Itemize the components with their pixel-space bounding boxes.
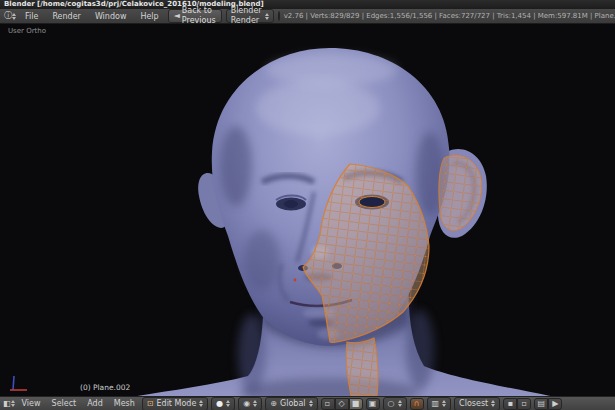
snap-target-select[interactable]: Closest (454, 397, 500, 410)
snap-apply-icon: ▪ (507, 400, 512, 408)
window-titlebar: Blender [/home/cogitas3d/prj/Celakovice_… (0, 0, 615, 9)
transform-orientation-select[interactable]: ⊕ Global (265, 397, 317, 410)
menu-view[interactable]: View (18, 399, 45, 408)
snap-element-icon: ▥ (432, 400, 440, 408)
3d-viewport[interactable]: User Ortho (0) Plane.002 (0, 24, 615, 396)
blender-window: Blender [/home/cogitas3d/prj/Celakovice_… (0, 0, 615, 410)
chevron-updown-icon (12, 13, 16, 20)
pivot-point-select[interactable]: ◉ (238, 397, 262, 410)
chevron-updown-icon (226, 400, 230, 407)
vertex-select-button[interactable]: ▫ (321, 398, 335, 410)
render-still-icon: ▤ (537, 400, 545, 408)
menu-window[interactable]: Window (90, 11, 132, 22)
back-to-previous-button[interactable]: ◄ Back to Previous (168, 9, 222, 23)
manipulator-icon: ⊕ (270, 400, 277, 408)
view-name-label: User Ortho (8, 27, 46, 35)
edit-mode-icon: ⊡ (147, 400, 154, 408)
opengl-render-anim-button[interactable]: ▶ (548, 398, 562, 410)
face-select-button[interactable]: ■ (349, 398, 363, 410)
cursor-dot (294, 279, 297, 282)
edge-select-button[interactable]: ◇ (335, 398, 349, 410)
menu-add[interactable]: Add (83, 399, 107, 408)
mesh-select-mode-group: ▫ ◇ ■ (321, 398, 363, 410)
vertex-select-icon: ▫ (325, 400, 330, 408)
back-to-previous-label: Back to Previous (182, 6, 216, 26)
blender-logo-icon (278, 11, 280, 21)
snap-self-button[interactable]: ▪ (503, 398, 517, 410)
chevron-updown-icon (199, 400, 203, 407)
chevron-updown-icon (11, 400, 15, 407)
chevron-updown-icon (253, 400, 257, 407)
proportional-edit-icon: ○ (388, 400, 395, 408)
viewport-header: ◧ View Select Add Mesh ⊡ Edit Mode ● ◉ ⊕… (0, 396, 615, 410)
orientation-value: Global (280, 399, 306, 409)
opengl-render-still-button[interactable]: ▤ (534, 398, 548, 410)
editor-type-selector[interactable]: ◧ (3, 400, 15, 408)
edge-select-icon: ◇ (338, 400, 344, 408)
render-anim-icon: ▶ (552, 400, 558, 408)
viewport-shading-select[interactable]: ● (211, 397, 235, 410)
pivot-icon: ◉ (243, 400, 250, 408)
active-object-label: (0) Plane.002 (80, 383, 130, 392)
chevron-updown-icon (265, 13, 269, 20)
menu-select[interactable]: Select (48, 399, 81, 408)
render-engine-select[interactable]: Blender Render (226, 9, 274, 23)
render-engine-value: Blender Render (231, 6, 262, 26)
snap-target-value: Closest (459, 399, 488, 409)
proportional-editing-select[interactable]: ○ (383, 397, 407, 410)
back-arrow-icon: ◄ (174, 12, 180, 20)
snap-option-group: ▪ ▫ (503, 398, 531, 410)
chevron-updown-icon (309, 400, 313, 407)
3d-view-editor-icon: ◧ (3, 400, 11, 408)
chevron-updown-icon (398, 400, 402, 407)
axis-gizmo (10, 376, 27, 390)
snap-toggle-button[interactable]: ∩ (410, 398, 424, 410)
snap-peel-button[interactable]: ▫ (517, 398, 531, 410)
solid-shading-icon: ● (216, 400, 223, 408)
mode-select[interactable]: ⊡ Edit Mode (142, 397, 209, 410)
face-select-icon: ■ (352, 400, 360, 408)
window-title: Blender [/home/cogitas3d/prj/Celakovice_… (4, 0, 264, 8)
magnet-icon: ∩ (414, 400, 420, 408)
mode-value: Edit Mode (157, 399, 197, 409)
occlude-icon: ▣ (369, 400, 377, 408)
menu-file[interactable]: File (20, 11, 43, 22)
chevron-updown-icon (491, 400, 495, 407)
scene-statistics: v2.76 | Verts:829/829 | Edges:1,556/1,55… (284, 12, 615, 20)
editor-type-selector[interactable]: ⓘ (4, 12, 16, 20)
info-editor-icon: ⓘ (4, 12, 12, 20)
menu-mesh[interactable]: Mesh (110, 399, 139, 408)
menu-help[interactable]: Help (135, 11, 163, 22)
opengl-render-group: ▤ ▶ (534, 398, 562, 410)
viewport-canvas[interactable] (0, 24, 615, 396)
snap-peel-icon: ▫ (521, 400, 526, 408)
info-header: ⓘ File Render Window Help ◄ Back to Prev… (0, 9, 615, 24)
occlude-geometry-button[interactable]: ▣ (366, 398, 380, 410)
menu-render[interactable]: Render (47, 11, 85, 22)
snap-element-select[interactable]: ▥ (427, 397, 452, 410)
chevron-updown-icon (442, 400, 446, 407)
